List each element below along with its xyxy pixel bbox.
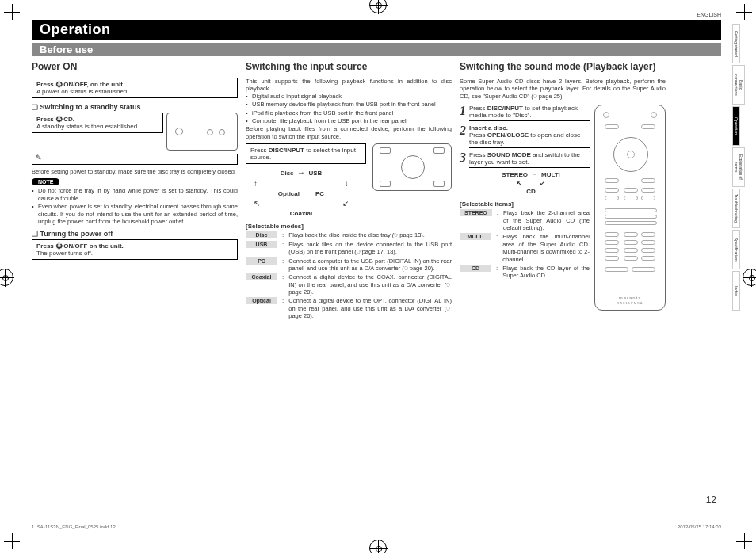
step-text: Insert a disc.Press OPEN/CLOSE to open a… bbox=[469, 124, 590, 148]
section-title: Operation bbox=[32, 20, 721, 40]
heading-power-on: Power ON bbox=[32, 61, 238, 74]
crop-mark bbox=[736, 533, 752, 549]
instruction-sub: A standby status is then established. bbox=[36, 123, 139, 130]
note-list: Do not force the tray in by hand while p… bbox=[32, 187, 238, 225]
registration-mark bbox=[369, 0, 387, 13]
list-item: Even when power is set to standby, elect… bbox=[32, 203, 238, 225]
body-text: Before setting power to standby, make su… bbox=[32, 168, 238, 175]
heading-input-source: Switching the input source bbox=[246, 61, 452, 74]
remote-illustration-large: marantz RC011PMSA bbox=[594, 105, 666, 311]
selectable-head: [Selectable modes] bbox=[246, 223, 452, 230]
tab-index[interactable]: Index bbox=[732, 271, 740, 311]
step-row: 2 Insert a disc.Press OPEN/CLOSE to open… bbox=[460, 124, 590, 148]
heading-sound-mode: Switching the sound mode (Playback layer… bbox=[460, 61, 666, 74]
note-badge: NOTE bbox=[32, 178, 59, 185]
mode-cycle-diagram: Disc → USB ↑↓ Optical PC ↖↙ Coaxial bbox=[246, 167, 357, 218]
column-sound-mode: Switching the sound mode (Playback layer… bbox=[460, 61, 666, 322]
crop-mark bbox=[4, 4, 20, 20]
section-subtitle: Before use bbox=[32, 43, 721, 56]
column-input-source: Switching the input source This unit sup… bbox=[246, 61, 452, 322]
instruction-and-remote: Press DISC/INPUT to select the input sou… bbox=[246, 143, 452, 218]
footer-timestamp: 2012/05/25 17:14:03 bbox=[678, 524, 721, 529]
remote-logo: marantz RC011PMSA bbox=[595, 296, 665, 305]
list-item: Computer file playback from the USB port… bbox=[246, 117, 452, 124]
instruction-text: Press ⏻ ON/OFF on the unit. bbox=[36, 242, 124, 250]
tab-troubleshooting[interactable]: Troubleshooting bbox=[732, 189, 740, 228]
page-number: 12 bbox=[706, 494, 716, 505]
feature-list: Digital audio input signal playback USB … bbox=[246, 93, 452, 125]
list-item: USB memory device file playback from the… bbox=[246, 101, 452, 108]
page-content: ENGLISH Operation Before use Power ON Pr… bbox=[32, 20, 721, 322]
body-text: This unit supports the following playbac… bbox=[246, 78, 452, 93]
step-row: 1 Press DISC/INPUT to set the playback m… bbox=[460, 105, 590, 121]
list-item: iPod file playback from the USB port in … bbox=[246, 109, 452, 116]
crop-mark bbox=[4, 533, 20, 549]
remote-illustration-small bbox=[372, 143, 452, 191]
instruction-sub: A power on status is established. bbox=[36, 88, 129, 95]
registration-mark bbox=[369, 540, 387, 553]
note-icon-bar bbox=[32, 154, 238, 165]
chapter-tabs: Getting started Basic connections Operat… bbox=[732, 24, 754, 312]
layer-cycle-diagram: STEREO → MULTI ↖ ↙ CD bbox=[475, 171, 586, 196]
mode-table: Disc:Plays back the disc inside the disc… bbox=[246, 231, 452, 319]
instruction-text: Press ⏻ ON/OFF, on the unit. bbox=[36, 81, 124, 88]
unit-panel-illustration bbox=[166, 113, 238, 151]
crop-mark bbox=[736, 4, 752, 20]
body-text: Some Super Audio CD discs have 2 layers.… bbox=[460, 78, 666, 100]
instruction-box: Press ⏻ CD. A standby status is then est… bbox=[32, 113, 163, 133]
footer-file: 1. SA-11S3N_ENG_Final_0525.indd 12 bbox=[32, 524, 116, 529]
step-number: 2 bbox=[460, 124, 466, 148]
tab-specifications[interactable]: Specifications bbox=[732, 230, 740, 269]
tab-operation[interactable]: Operation bbox=[732, 106, 740, 146]
instruction-box: Press ⏻ ON/OFF, on the unit. A power on … bbox=[32, 78, 238, 98]
heading-standby: Switching to a standby status bbox=[32, 103, 238, 111]
list-item: Digital audio input signal playback bbox=[246, 93, 452, 100]
heading-power-off: Turning the power off bbox=[32, 230, 238, 238]
step-row: 3 Press SOUND MODE and switch to the lay… bbox=[460, 151, 590, 168]
step-number: 1 bbox=[460, 105, 466, 121]
language-label: ENGLISH bbox=[697, 12, 721, 17]
instruction-sub: The power turns off. bbox=[36, 250, 93, 257]
instruction-text: Press DISC/INPUT to select the input sou… bbox=[250, 147, 356, 161]
instruction-box: Press DISC/INPUT to select the input sou… bbox=[246, 143, 366, 164]
step-text: Press SOUND MODE and switch to the layer… bbox=[469, 151, 590, 168]
instruction-text: Press ⏻ CD. bbox=[36, 116, 74, 123]
list-item: Do not force the tray in by hand while p… bbox=[32, 187, 238, 202]
body-text: Before playing back files from a connect… bbox=[246, 125, 452, 140]
tab-explanation[interactable]: Explanation of terms bbox=[732, 147, 745, 187]
registration-mark bbox=[0, 269, 13, 286]
selectable-head: [Selectable items] bbox=[460, 200, 590, 208]
column-power: Power ON Press ⏻ ON/OFF, on the unit. A … bbox=[32, 61, 238, 322]
step-number: 3 bbox=[460, 151, 466, 168]
print-footer: 1. SA-11S3N_ENG_Final_0525.indd 12 2012/… bbox=[32, 524, 721, 529]
tab-getting-started[interactable]: Getting started bbox=[732, 24, 740, 63]
step-text: Press DISC/INPUT to set the playback med… bbox=[469, 105, 590, 121]
instruction-box: Press ⏻ ON/OFF on the unit. The power tu… bbox=[32, 239, 238, 260]
tab-basic-connections[interactable]: Basic connections bbox=[732, 65, 745, 105]
